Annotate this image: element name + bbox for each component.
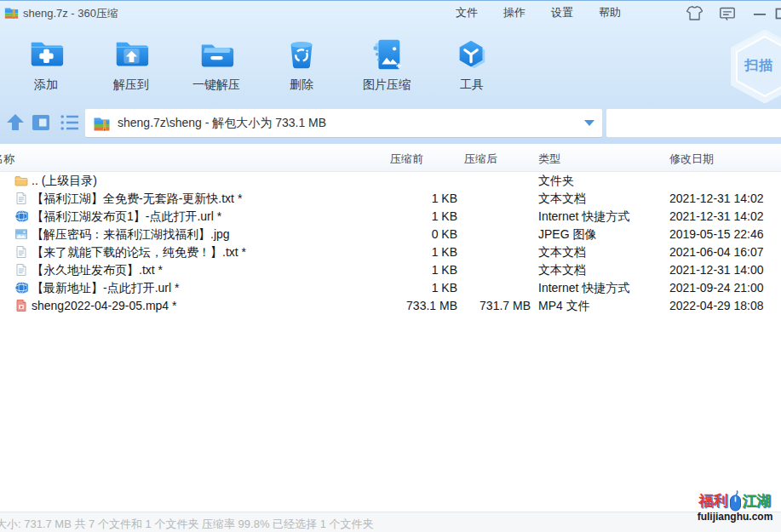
feedback-icon[interactable] xyxy=(716,5,738,22)
table-row[interactable]: .. (上级目录) 文件夹 xyxy=(0,172,781,190)
delete-button[interactable]: 删除 xyxy=(259,26,344,100)
size-before: 1 KB xyxy=(358,190,457,208)
file-name[interactable]: sheng2022-04-29-05.mp4 * xyxy=(32,297,176,315)
menu-bar: 文件 操作 设置 帮助 xyxy=(443,1,634,25)
menu-settings[interactable]: 设置 xyxy=(538,5,586,20)
view-panel-icon[interactable] xyxy=(31,113,51,132)
file-date: 2021-09-24 21:00 xyxy=(669,279,764,297)
file-date: 2021-12-31 14:02 xyxy=(669,190,764,208)
file-date: 2019-05-15 22:46 xyxy=(669,226,764,243)
zip-archive-icon xyxy=(93,115,111,132)
size-before: 1 KB xyxy=(358,243,457,261)
window-chrome: sheng.7z - 360压缩 文件 操作 设置 帮助 xyxy=(0,1,781,144)
list-view-icon[interactable] xyxy=(60,113,80,132)
file-type: 文本文档 xyxy=(538,243,586,261)
toolbar-label: 一键解压 xyxy=(192,77,240,93)
mp4-file-icon xyxy=(14,299,28,312)
table-row[interactable]: 【来了就能下载的论坛，纯免费！】.txt * 1 KB 文本文档 2021-06… xyxy=(0,243,781,261)
file-list: .. (上级目录) 文件夹 【福利江湖】全免费-无套路-更新快.txt * 1 … xyxy=(0,172,781,512)
file-type: MP4 文件 xyxy=(538,297,590,315)
table-row[interactable]: 【解压密码：来福利江湖找福利】.jpg 0 KB JPEG 图像 2019-05… xyxy=(0,226,781,243)
skin-tshirt-icon[interactable] xyxy=(682,5,704,22)
extract-to-button[interactable]: 解压到 xyxy=(89,26,174,100)
menu-actions[interactable]: 操作 xyxy=(491,5,538,20)
address-path[interactable]: sheng.7z\sheng - 解包大小为 733.1 MB xyxy=(118,116,577,131)
watermark-domain: fulijianghu.com xyxy=(692,511,778,523)
add-button[interactable]: 添加 xyxy=(3,26,89,100)
image-compress-button[interactable]: 图片压缩 xyxy=(344,26,429,100)
file-type: Internet 快捷方式 xyxy=(538,279,629,297)
add-folder-icon xyxy=(26,35,66,74)
maximize-icon[interactable] xyxy=(771,5,781,22)
watermark: 福利 江湖 fulijianghu.com xyxy=(692,489,778,523)
file-type: Internet 快捷方式 xyxy=(538,208,629,226)
search-box[interactable] xyxy=(606,109,781,137)
scan-label: 扫描 xyxy=(744,57,773,75)
table-row[interactable]: 【永久地址发布页】.txt * 1 KB 文本文档 2021-12-31 14:… xyxy=(0,261,781,279)
table-row[interactable]: 【最新地址】-点此打开.url * 1 KB Internet 快捷方式 202… xyxy=(0,279,781,297)
file-type: 文件夹 xyxy=(538,172,574,190)
menu-help[interactable]: 帮助 xyxy=(586,5,634,20)
url-file-icon xyxy=(14,209,28,223)
file-name[interactable]: 【福利江湖】全免费-无套路-更新快.txt * xyxy=(32,190,242,208)
one-click-extract-icon xyxy=(197,35,236,74)
file-type: 文本文档 xyxy=(538,261,586,279)
column-header-size-after[interactable]: 压缩后 xyxy=(464,152,497,167)
address-bar[interactable]: sheng.7z\sheng - 解包大小为 733.1 MB xyxy=(85,109,602,137)
file-date: 2021-12-31 14:02 xyxy=(669,208,764,226)
delete-trash-icon xyxy=(282,35,321,74)
extract-to-icon xyxy=(112,35,151,74)
image-compress-icon xyxy=(367,35,406,74)
title-bar: sheng.7z - 360压缩 文件 操作 设置 帮助 xyxy=(0,1,781,25)
toolbar-label: 添加 xyxy=(34,77,58,93)
jpg-file-icon xyxy=(14,227,28,241)
table-row[interactable]: 【福利江湖】全免费-无套路-更新快.txt * 1 KB 文本文档 2021-1… xyxy=(0,190,781,208)
size-before: 1 KB xyxy=(358,261,457,279)
watermark-text-left: 福利 xyxy=(699,491,728,511)
file-name[interactable]: 【最新地址】-点此打开.url * xyxy=(32,279,179,297)
address-dropdown-button[interactable] xyxy=(577,109,602,137)
toolbar: 添加 解压到 xyxy=(0,25,781,101)
zip-archive-icon xyxy=(4,5,19,20)
url-file-icon xyxy=(14,281,28,295)
menu-file[interactable]: 文件 xyxy=(443,5,491,20)
archive-manager-window: sheng.7z - 360压缩 文件 操作 设置 帮助 xyxy=(0,0,781,532)
table-row[interactable]: 【福利江湖发布页1】-点此打开.url * 1 KB Internet 快捷方式… xyxy=(0,208,781,226)
txt-file-icon xyxy=(14,263,28,277)
minimize-icon[interactable] xyxy=(749,5,771,22)
txt-file-icon xyxy=(14,192,28,205)
size-before: 1 KB xyxy=(358,279,457,297)
column-header-size-before[interactable]: 压缩前 xyxy=(390,152,423,167)
column-header-type[interactable]: 类型 xyxy=(538,152,560,167)
table-header: 名称 压缩前 压缩后 类型 修改日期 xyxy=(0,144,781,172)
toolbar-label: 图片压缩 xyxy=(363,77,411,93)
txt-file-icon xyxy=(14,245,28,259)
file-date: 2022-04-29 18:08 xyxy=(669,297,764,315)
size-after: 731.7 MB xyxy=(458,297,531,315)
file-date: 2021-06-04 16:07 xyxy=(669,243,764,261)
window-title: sheng.7z - 360压缩 xyxy=(23,6,118,21)
file-date: 2021-12-31 14:00 xyxy=(669,261,764,279)
file-name[interactable]: 【福利江湖发布页1】-点此打开.url * xyxy=(32,208,221,226)
up-directory-icon[interactable] xyxy=(5,113,26,132)
toolbar-label: 解压到 xyxy=(113,77,149,93)
address-row: sheng.7z\sheng - 解包大小为 733.1 MB xyxy=(0,101,781,144)
size-before: 1 KB xyxy=(358,208,457,226)
size-before: 733.1 MB xyxy=(358,297,457,315)
toolbar-label: 工具 xyxy=(460,77,484,93)
file-name[interactable]: 【永久地址发布页】.txt * xyxy=(32,261,163,279)
file-name[interactable]: 【解压密码：来福利江湖找福利】.jpg xyxy=(32,226,230,243)
column-header-date[interactable]: 修改日期 xyxy=(669,152,714,167)
folder-file-icon xyxy=(14,174,28,187)
column-header-name[interactable]: 名称 xyxy=(0,152,14,167)
file-type: 文本文档 xyxy=(538,190,586,208)
table-row[interactable]: sheng2022-04-29-05.mp4 * 733.1 MB 731.7 … xyxy=(0,297,781,315)
tools-button[interactable]: 工具 xyxy=(429,26,514,100)
file-type: JPEG 图像 xyxy=(538,226,596,243)
status-text: 大小: 731.7 MB 共 7 个文件和 1 个文件夹 压缩率 99.8% 已… xyxy=(0,517,374,532)
file-name[interactable]: 【来了就能下载的论坛，纯免费！】.txt * xyxy=(32,243,246,261)
chevron-down-icon xyxy=(584,120,594,126)
tools-icon xyxy=(452,35,491,74)
file-name[interactable]: .. (上级目录) xyxy=(32,172,97,190)
one-click-extract-button[interactable]: 一键解压 xyxy=(174,26,259,100)
